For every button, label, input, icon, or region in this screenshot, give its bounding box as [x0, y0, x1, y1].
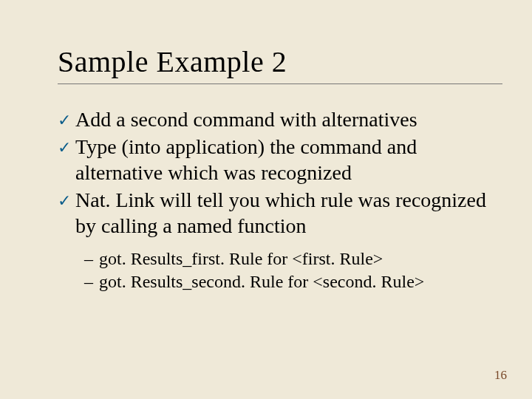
slide-title: Sample Example 2	[58, 44, 502, 79]
title-divider	[58, 83, 502, 84]
sub-bullet-text: got. Results_second. Rule for <second. R…	[99, 270, 424, 293]
bullet-text: Nat. Link will tell you which rule was r…	[75, 187, 502, 239]
dash-icon: –	[84, 248, 99, 270]
sub-bullet-item: – got. Results_first. Rule for <first. R…	[84, 248, 502, 270]
bullet-item: ✓ Type (into application) the command an…	[58, 134, 502, 185]
bullet-list: ✓ Add a second command with alternatives…	[58, 106, 502, 293]
sub-bullet-list: – got. Results_first. Rule for <first. R…	[84, 248, 502, 293]
slide: Sample Example 2 ✓ Add a second command …	[0, 0, 532, 399]
content-frame: Sample Example 2 ✓ Add a second command …	[58, 44, 502, 293]
sub-bullet-text: got. Results_first. Rule for <first. Rul…	[99, 248, 383, 270]
page-number: 16	[494, 368, 507, 383]
bullet-text: Add a second command with alternatives	[75, 106, 502, 132]
checkmark-icon: ✓	[58, 106, 75, 132]
checkmark-icon: ✓	[58, 134, 75, 160]
bullet-item: ✓ Nat. Link will tell you which rule was…	[58, 187, 502, 239]
checkmark-icon: ✓	[58, 187, 75, 213]
dash-icon: –	[84, 270, 99, 293]
bullet-item: ✓ Add a second command with alternatives	[58, 106, 502, 132]
bullet-text: Type (into application) the command and …	[75, 134, 502, 185]
sub-bullet-item: – got. Results_second. Rule for <second.…	[84, 270, 502, 293]
